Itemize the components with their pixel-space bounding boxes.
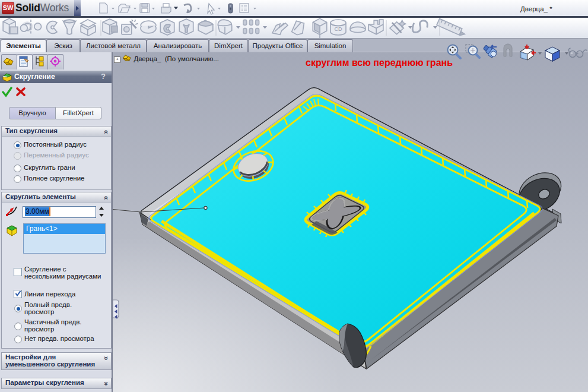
svg-text:CD: CD [335, 27, 343, 33]
